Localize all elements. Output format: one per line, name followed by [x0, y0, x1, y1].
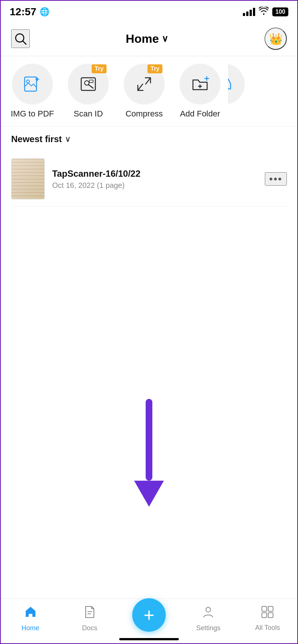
nav-all-tools[interactable]: All Tools	[238, 605, 297, 632]
battery-icon: 100	[272, 7, 288, 16]
crown-icon: 👑	[269, 32, 283, 45]
tool-img-to-pdf[interactable]: IMG to PDF	[4, 64, 60, 119]
svg-line-8	[146, 78, 150, 84]
chevron-down-icon: ∨	[162, 33, 168, 44]
svg-rect-16	[268, 606, 273, 611]
plus-icon: +	[143, 604, 154, 626]
tool-scan-id[interactable]: Try Scan ID	[60, 64, 116, 119]
tool-label-img-to-pdf: IMG to PDF	[11, 109, 54, 119]
nav-add[interactable]: +	[119, 606, 178, 632]
document-meta: Oct 16, 2022 (1 page)	[52, 181, 257, 190]
search-button[interactable]	[11, 29, 30, 48]
docs-icon	[83, 605, 96, 622]
nav-settings-label: Settings	[196, 624, 221, 632]
svg-line-1	[23, 41, 26, 44]
tool-label-compress: Compress	[126, 109, 163, 119]
svg-rect-7	[89, 80, 93, 83]
bottom-nav: Home Docs + Settings	[1, 599, 297, 643]
nav-home-label: Home	[22, 624, 39, 632]
home-indicator	[119, 638, 179, 640]
svg-line-9	[138, 84, 143, 90]
nav-all-tools-label: All Tools	[255, 624, 280, 632]
nav-docs-label: Docs	[82, 624, 97, 632]
document-more-button[interactable]: •••	[265, 172, 287, 186]
tool-import[interactable]	[228, 64, 250, 105]
nav-docs[interactable]: Docs	[60, 605, 119, 632]
svg-rect-2	[25, 77, 37, 91]
sort-label: Newest first	[11, 134, 62, 144]
arrow-annotation	[134, 399, 164, 507]
globe-icon: 🌐	[39, 7, 50, 17]
svg-line-6	[89, 85, 93, 88]
nav-home[interactable]: Home	[1, 605, 60, 632]
tool-label-scan-id: Scan ID	[74, 109, 103, 119]
tool-circle-import	[228, 64, 245, 105]
home-icon	[23, 605, 38, 622]
signal-icon	[243, 8, 255, 16]
tool-label-add-folder: Add Folder	[180, 109, 220, 119]
svg-rect-15	[262, 606, 267, 611]
tool-circle-img-to-pdf	[12, 64, 53, 105]
arrow-shaft	[146, 399, 152, 481]
sort-chevron-icon: ∨	[65, 134, 71, 144]
status-time: 12:57	[10, 6, 37, 18]
arrow-head	[134, 481, 164, 507]
tools-row: IMG to PDF Try Scan ID Try Compress	[1, 56, 297, 126]
header-title[interactable]: Home ∨	[126, 32, 169, 46]
document-name: TapScanner-16/10/22	[52, 169, 257, 179]
try-badge-scan-id: Try	[92, 64, 107, 73]
table-row[interactable]: TapScanner-16/10/22 Oct 16, 2022 (1 page…	[11, 152, 287, 206]
document-list: TapScanner-16/10/22 Oct 16, 2022 (1 page…	[1, 152, 297, 206]
nav-settings[interactable]: Settings	[179, 605, 238, 632]
tool-circle-compress: Try	[124, 64, 165, 105]
status-icons: 100	[243, 7, 288, 17]
tool-add-folder[interactable]: Add Folder	[172, 64, 228, 119]
status-bar: 12:57 🌐 100	[1, 1, 297, 22]
settings-icon	[202, 605, 215, 622]
tool-compress[interactable]: Try Compress	[116, 64, 172, 119]
sort-row[interactable]: Newest first ∨	[1, 126, 297, 152]
add-button[interactable]: +	[132, 598, 166, 632]
tool-circle-scan-id: Try	[68, 64, 109, 105]
try-badge-compress: Try	[148, 64, 162, 73]
tool-circle-add-folder	[180, 64, 221, 105]
crown-button[interactable]: 👑	[264, 28, 287, 50]
document-thumbnail	[11, 158, 45, 199]
all-tools-icon	[261, 605, 274, 622]
svg-point-14	[206, 607, 211, 612]
document-info: TapScanner-16/10/22 Oct 16, 2022 (1 page…	[45, 169, 265, 190]
svg-rect-17	[262, 613, 267, 618]
svg-rect-18	[268, 613, 273, 618]
header: Home ∨ 👑	[1, 22, 297, 56]
wifi-icon	[259, 7, 269, 17]
svg-point-3	[26, 80, 29, 83]
